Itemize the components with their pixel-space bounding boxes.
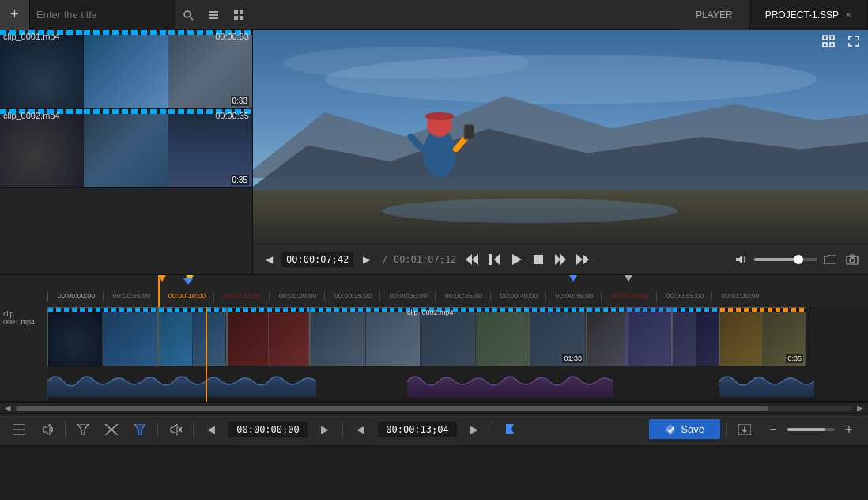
timeline-scrollbar: ◀ ▶ — [0, 402, 868, 413]
svg-marker-26 — [472, 254, 478, 265]
zoom-in-button[interactable]: + — [838, 419, 860, 441]
in-point-marker — [183, 278, 193, 285]
svg-rect-29 — [489, 254, 492, 265]
clip-block[interactable] — [47, 307, 158, 366]
clip-duration: 00:00:33 — [215, 32, 249, 41]
audio-waveform — [47, 366, 868, 397]
svg-rect-23 — [830, 36, 834, 40]
ruler-tick: 00:00:55;00 — [656, 292, 711, 301]
ruler-tick: 00:00:40;00 — [490, 292, 545, 301]
ruler-tick: 00:00:15;00 — [213, 292, 269, 301]
svg-marker-30 — [512, 254, 522, 265]
clip-name: clip_0002.mp4 — [3, 111, 60, 120]
volume-control[interactable] — [732, 250, 817, 269]
zoom-slider[interactable] — [787, 428, 835, 431]
video-area — [253, 30, 868, 244]
svg-marker-32 — [555, 254, 560, 265]
separator — [65, 422, 66, 438]
svg-marker-27 — [466, 254, 472, 265]
main-content: clip_0001.mp4 00:00:33 0:33 clip_0002.mp… — [0, 30, 868, 274]
export-button[interactable] — [734, 419, 756, 441]
media-panel: clip_0001.mp4 00:00:33 0:33 clip_0002.mp… — [0, 30, 253, 274]
flag-button[interactable] — [499, 419, 521, 441]
grid-view-button[interactable] — [226, 0, 251, 30]
clip-block[interactable] — [672, 307, 719, 366]
player-controls: ◀ 00:00:07;42 ▶ / 00:01:07;12 — [253, 244, 868, 274]
tab-project[interactable]: PROJECT-1.SSP ✕ — [749, 0, 868, 30]
end-marker — [625, 275, 632, 282]
svg-marker-35 — [583, 254, 589, 265]
step-forward-button[interactable] — [573, 250, 592, 269]
separator — [726, 422, 727, 438]
folder-button[interactable] — [821, 250, 840, 269]
add-button[interactable]: + — [0, 0, 30, 30]
audio-tool-button[interactable] — [36, 419, 58, 441]
search-button[interactable] — [175, 0, 201, 30]
next-timecode-button[interactable]: ▶ — [314, 419, 336, 441]
scroll-left-button[interactable]: ◀ — [3, 403, 13, 413]
svg-point-15 — [382, 199, 677, 223]
svg-point-0 — [184, 11, 191, 17]
prev-frame-button[interactable]: ◀ — [259, 250, 278, 269]
rewind-button[interactable] — [485, 250, 504, 269]
player-fullscreen-button[interactable] — [846, 33, 862, 49]
title-input[interactable] — [30, 0, 175, 30]
svg-rect-6 — [240, 10, 243, 14]
zoom-control[interactable]: − + — [762, 419, 860, 441]
scroll-right-button[interactable]: ▶ — [855, 403, 865, 413]
grid-tool-button[interactable] — [8, 419, 30, 441]
start-timecode[interactable]: 00:00:00;00 — [228, 422, 308, 438]
save-button[interactable]: Save — [649, 419, 720, 439]
list-view-button[interactable] — [201, 0, 226, 30]
end-timecode[interactable]: 00:00:13;04 — [378, 422, 457, 438]
tab-close-icon[interactable]: ✕ — [845, 10, 851, 19]
waveform-svg — [47, 366, 868, 397]
clip-thumbnail — [0, 109, 252, 188]
clip-block[interactable] — [227, 307, 310, 366]
stop-button[interactable] — [529, 250, 548, 269]
clip-timecode: 0:35 — [231, 175, 249, 185]
clip-item[interactable]: clip_0002.mp4 00:00:35 0:35 — [0, 109, 252, 188]
scroll-track[interactable] — [16, 406, 852, 411]
mute-button[interactable] — [164, 419, 187, 441]
step-back-button[interactable] — [462, 250, 481, 269]
player-panel: ◀ 00:00:07;42 ▶ / 00:01:07;12 — [253, 30, 868, 274]
tab-player[interactable]: PLAYER — [680, 0, 749, 30]
cut-button[interactable] — [100, 419, 123, 441]
svg-rect-4 — [209, 17, 218, 19]
scroll-thumb[interactable] — [16, 406, 768, 411]
next-timecode2-button[interactable]: ▶ — [463, 419, 485, 441]
player-fit-button[interactable] — [821, 33, 836, 49]
separator — [492, 422, 492, 438]
current-timecode[interactable]: 00:00:07;42 — [281, 252, 353, 267]
clip-timecode-label-2: 0:35 — [786, 354, 803, 363]
svg-line-1 — [191, 17, 194, 20]
separator — [342, 422, 343, 438]
prev-timecode-button[interactable]: ◀ — [200, 419, 222, 441]
svg-rect-22 — [823, 36, 827, 40]
prev-timecode2-button[interactable]: ◀ — [349, 419, 372, 441]
track-content[interactable]: clip_0802.mp4 01:33 — [47, 307, 868, 401]
fast-forward-button[interactable] — [551, 250, 570, 269]
thumb-frame — [0, 109, 84, 188]
zoom-out-button[interactable]: − — [762, 419, 784, 441]
ruler-tick: 00:00:25;00 — [324, 292, 379, 301]
clip-name-label: clip_0802.mp4 — [407, 309, 454, 316]
svg-rect-25 — [830, 43, 834, 47]
snapshot-button[interactable] — [843, 250, 862, 269]
next-frame-button[interactable]: ▶ — [357, 250, 376, 269]
volume-slider[interactable] — [754, 258, 817, 261]
clip-timecode: 0:33 — [231, 96, 249, 106]
clip-block[interactable] — [158, 307, 227, 366]
clip-item[interactable]: clip_0001.mp4 00:00:33 0:33 — [0, 30, 252, 109]
tab-bar: PLAYER PROJECT-1.SSP ✕ — [680, 0, 868, 30]
timeline-section: 00:00:00;00 00:00:05;00 00:00:10;00 00:0… — [0, 274, 868, 413]
play-button[interactable] — [507, 250, 526, 269]
clip-block[interactable]: 0:35 — [719, 307, 806, 366]
filter2-button[interactable] — [129, 419, 151, 441]
ruler-tick: 00:00:05;00 — [103, 292, 158, 301]
ruler-tick: 00:00:20;00 — [269, 292, 324, 301]
clip-duration: 00:00:35 — [215, 111, 249, 120]
filter-button[interactable] — [72, 419, 94, 441]
out-marker — [569, 275, 577, 282]
